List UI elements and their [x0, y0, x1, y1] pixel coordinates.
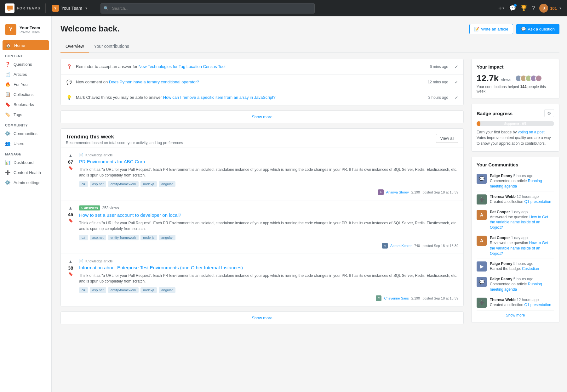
impact-title: Your impact	[477, 64, 554, 70]
community-avatar-5: 💬	[477, 277, 487, 287]
community-link-6[interactable]: Q1 presentation	[524, 303, 551, 307]
community-link-2[interactable]: How to Get the variable name inside of a…	[490, 215, 548, 230]
tag-ef-0[interactable]: entity-framework	[108, 181, 139, 187]
notif-check-0[interactable]: ✓	[455, 64, 458, 69]
sidebar-item-tags[interactable]: 🏷️ Tags	[0, 109, 51, 120]
tab-overview[interactable]: Overview	[60, 41, 89, 53]
bookmark-2[interactable]: 🔖	[68, 272, 73, 276]
notif-check-1[interactable]: ✓	[455, 80, 458, 85]
author-name-2[interactable]: Cheyenne Saris	[384, 296, 409, 300]
notif-link-2[interactable]: How can I remove a specific item from an…	[163, 95, 276, 100]
vote-up-1[interactable]: ▲	[68, 205, 73, 210]
tag-aspnet-0[interactable]: asp.net	[90, 181, 106, 187]
show-more-communities[interactable]: Show more	[477, 311, 554, 317]
sidebar-item-dashboard[interactable]: 📊 Dashboard	[0, 157, 51, 167]
sidebar-item-content-health[interactable]: ➕ Content Health	[0, 167, 51, 177]
post-title-0[interactable]: PR Environments for ABC Corp	[79, 158, 458, 165]
tag-aspnet-2[interactable]: asp.net	[90, 287, 106, 293]
community-info-2: Pat Cooper 1 day ago Answered the questi…	[490, 210, 554, 230]
tag-csharp-0[interactable]: c#	[79, 181, 88, 187]
view-all-button[interactable]: View all	[436, 134, 458, 143]
community-item-5: 💬 Paige Penny 5 hours ago Commented on a…	[477, 274, 554, 295]
show-more-posts[interactable]: Show more	[60, 311, 464, 324]
author-rep-2: 2,190	[411, 296, 420, 300]
sidebar-item-communities[interactable]: ⚙️ Communities	[0, 128, 51, 138]
community-user-3: Pat Cooper 1 day ago	[490, 236, 554, 240]
sidebar-content-health-label: Content Health	[14, 170, 41, 175]
help-icon: ?	[532, 5, 535, 12]
views-1: 253 views	[102, 206, 119, 210]
community-info-0: Paige Penny 5 hours ago Commented on art…	[490, 174, 554, 189]
help-button[interactable]: ?	[532, 5, 535, 12]
notif-text-2: Mark Chavez thinks you may be able to an…	[76, 95, 425, 100]
tag-angular-1[interactable]: angular	[159, 235, 175, 240]
content-area: ❓ Reminder to accept an answer for New T…	[60, 59, 559, 329]
notif-link-1[interactable]: Does Python have a ternary conditional o…	[109, 80, 199, 84]
sidebar-item-collections[interactable]: 📋 Collections	[0, 89, 51, 99]
community-link-0[interactable]: Running meeting agenda	[490, 179, 542, 188]
notif-link-0[interactable]: New Technologies for Tag Location Census…	[139, 64, 226, 69]
ask-question-button[interactable]: 💬 Ask a question	[516, 24, 559, 34]
community-avatar-6: ➕	[477, 298, 487, 308]
community-avatar-0: 💬	[477, 174, 487, 184]
vote-up-2[interactable]: ▲	[68, 259, 73, 264]
tag-nodejs-1[interactable]: node-js	[140, 235, 157, 240]
author-avatar-0: A	[378, 189, 384, 195]
post-date-2: posted Sep 18 at 18:39	[422, 296, 458, 300]
sidebar-item-home[interactable]: 🏠 Home	[3, 40, 49, 50]
post-title-1[interactable]: How to set a user account to developer o…	[79, 212, 458, 218]
views-count-area: 12.7k views	[477, 73, 511, 83]
bookmark-1[interactable]: 🔖	[68, 218, 73, 223]
author-name-0[interactable]: Ananya Storey	[386, 190, 409, 194]
bookmark-0[interactable]: 🔖	[68, 166, 73, 170]
community-link-1[interactable]: Q1 presentation	[524, 199, 551, 204]
avatar-5	[535, 75, 542, 82]
sidebar-item-admin[interactable]: ⚙️ Admin settings	[0, 177, 51, 188]
badge-action-link[interactable]: voting on a post	[518, 130, 545, 134]
tag-ef-2[interactable]: entity-framework	[108, 287, 139, 293]
header-actions: 📝 Write an article 💬 Ask a question	[469, 24, 559, 34]
sidebar-item-foryou[interactable]: 🔥 For You	[0, 79, 51, 89]
tag-nodejs-2[interactable]: node-js	[140, 287, 157, 293]
tag-aspnet-1[interactable]: asp.net	[90, 235, 106, 240]
community-link-5[interactable]: Running meeting agenda	[490, 282, 542, 292]
add-button[interactable]: + ▼	[498, 5, 505, 12]
post-title-2[interactable]: Information about Enterprise Test Enviro…	[79, 264, 458, 271]
vote-up-0[interactable]: ▲	[68, 153, 73, 158]
search-icon: 🔍	[104, 6, 109, 11]
write-article-button[interactable]: 📝 Write an article	[469, 24, 513, 34]
community-avatar-1: ➕	[477, 194, 487, 204]
community-link-4[interactable]: Custodian	[522, 266, 539, 271]
tag-ef-1[interactable]: entity-framework	[108, 235, 139, 240]
show-more-notifications[interactable]: Show more	[60, 110, 464, 123]
community-info-1: Theresa Webb 12 hours ago Created a coll…	[490, 194, 554, 204]
sidebar-item-questions[interactable]: ❓ Questions	[0, 59, 51, 69]
community-action-2: Answered the question How to Get the var…	[490, 215, 554, 230]
team-selector[interactable]: Y Your Team ▼	[49, 3, 90, 13]
sidebar-item-users[interactable]: 👥 Users	[0, 138, 51, 148]
tag-nodejs-0[interactable]: node-js	[140, 181, 157, 187]
notif-check-2[interactable]: ✓	[455, 95, 458, 100]
search-input[interactable]	[100, 3, 315, 14]
user-chevron-icon: ▼	[559, 7, 562, 10]
tag-angular-0[interactable]: angular	[159, 181, 175, 187]
ask-icon: 💬	[521, 27, 526, 31]
community-avatar-4: ▶	[477, 261, 487, 272]
community-info-5: Paige Penny 5 hours ago Commented on art…	[490, 277, 554, 292]
community-link-3[interactable]: How to Get the variable name inside of a…	[490, 241, 548, 256]
tags-icon: 🏷️	[5, 112, 10, 117]
tab-contributions[interactable]: Your contributions	[89, 41, 134, 53]
badge-settings-button[interactable]: ⚙	[544, 109, 554, 117]
achievements-button[interactable]: 🏆	[520, 5, 527, 12]
tag-angular-2[interactable]: angular	[159, 287, 175, 293]
sidebar-questions-label: Questions	[14, 62, 32, 67]
sidebar-item-articles[interactable]: 📄 Articles	[0, 69, 51, 79]
user-info[interactable]: U 101 ▼	[539, 4, 562, 13]
badge-progress-label: Supporter - 0/1	[504, 122, 527, 126]
community-item-4: ▶ Paige Penny 5 hours ago Earned the bad…	[477, 259, 554, 274]
author-name-1[interactable]: Abram Kenter	[390, 244, 412, 248]
tag-csharp-1[interactable]: c#	[79, 235, 88, 240]
inbox-button[interactable]: 💬	[509, 5, 516, 12]
sidebar-item-bookmarks[interactable]: 🔖 Bookmarks	[0, 99, 51, 109]
tag-csharp-2[interactable]: c#	[79, 287, 88, 293]
